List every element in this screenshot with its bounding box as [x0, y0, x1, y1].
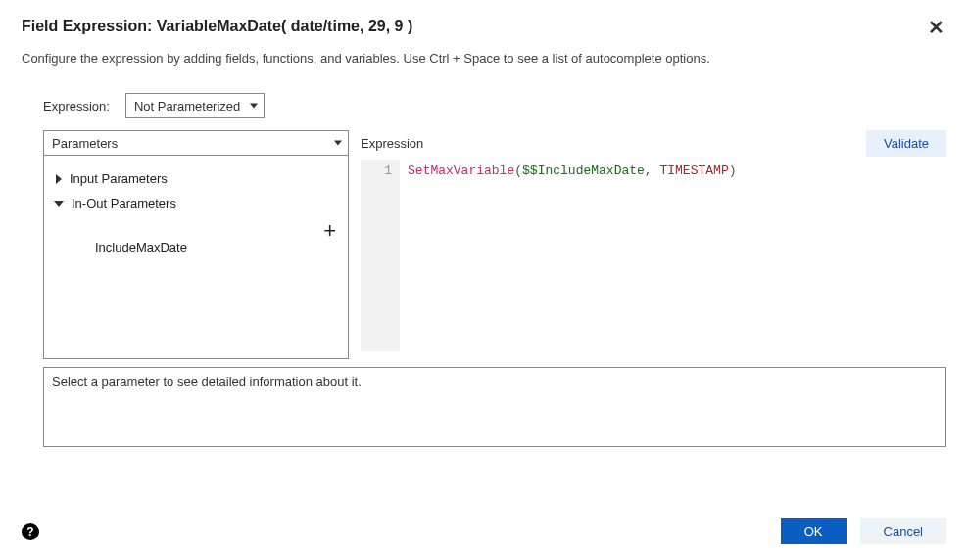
- expression-type-select[interactable]: Not Parameterized: [125, 93, 265, 118]
- chevron-right-icon: [56, 174, 62, 184]
- token-keyword: TIMESTAMP: [659, 163, 728, 178]
- chevron-down-icon: [334, 141, 342, 146]
- token-punctuation: ): [729, 163, 737, 178]
- expression-editor[interactable]: 1 SetMaxVariable($$IncludeMaxDate, TIMES…: [361, 160, 946, 351]
- add-parameter-button[interactable]: +: [323, 220, 336, 242]
- line-number: 1: [364, 163, 392, 178]
- tree-leaf-includemaxdate[interactable]: IncludeMaxDate: [95, 240, 338, 255]
- tree-node-label: Input Parameters: [70, 171, 168, 186]
- tree-node-inout-parameters[interactable]: In-Out Parameters: [54, 194, 338, 212]
- token-punctuation: ,: [645, 163, 660, 178]
- token-function: SetMaxVariable: [408, 163, 514, 178]
- token-punctuation: (: [514, 163, 522, 178]
- editor-gutter: 1: [361, 160, 400, 351]
- parameters-category-select[interactable]: Parameters: [43, 130, 349, 156]
- token-variable: $$IncludeMaxDate: [522, 163, 645, 178]
- tree-node-input-parameters[interactable]: Input Parameters: [54, 169, 338, 188]
- editor-content[interactable]: SetMaxVariable($$IncludeMaxDate, TIMESTA…: [400, 160, 745, 351]
- expression-type-value: Not Parameterized: [134, 99, 240, 114]
- dialog-title: Field Expression: VariableMaxDate( date/…: [22, 18, 412, 35]
- help-icon[interactable]: ?: [22, 523, 39, 540]
- ok-button[interactable]: OK: [781, 518, 847, 544]
- expression-editor-label: Expression: [361, 136, 423, 151]
- dialog-subtitle: Configure the expression by adding field…: [22, 51, 946, 66]
- parameters-category-value: Parameters: [52, 136, 118, 151]
- cancel-button[interactable]: Cancel: [860, 518, 946, 544]
- tree-node-label: In-Out Parameters: [72, 196, 176, 210]
- close-icon[interactable]: ✕: [926, 18, 946, 37]
- chevron-down-icon: [54, 201, 64, 207]
- validate-button[interactable]: Validate: [866, 130, 946, 157]
- parameters-tree: Input Parameters In-Out Parameters Inclu…: [43, 156, 349, 359]
- detail-placeholder: Select a parameter to see detailed infor…: [52, 374, 362, 389]
- chevron-down-icon: [250, 104, 258, 109]
- expression-type-label: Expression:: [43, 99, 110, 114]
- parameter-detail-panel: Select a parameter to see detailed infor…: [43, 367, 946, 447]
